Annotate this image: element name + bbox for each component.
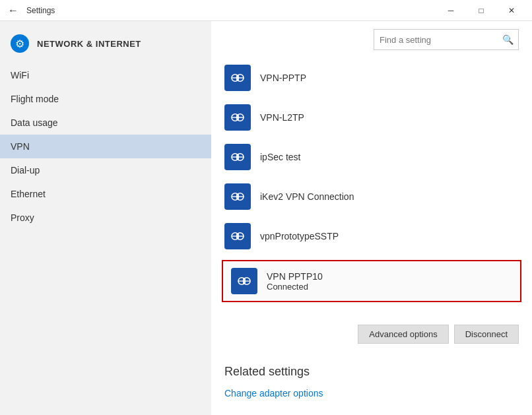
sidebar-item-proxy[interactable]: Proxy [0,206,211,230]
app-container: ⚙ NETWORK & INTERNET WiFiFlight modeData… [0,21,532,415]
vpn-item-vpn-sstp[interactable]: vpnPrototypeSSTP [211,216,532,256]
search-icon: 🔍 [497,29,518,50]
related-settings: Related settings Change adapter options [211,352,532,405]
related-settings-title: Related settings [224,365,519,379]
content-area: 🔍 VPN-PPTP VPN-L2TP ipSec test [211,21,532,415]
disconnect-button[interactable]: Disconnect [454,325,519,344]
vpn-item-ipsec-test[interactable]: ipSec test [211,137,532,177]
sidebar-nav: WiFiFlight modeData usageVPNDial-upEther… [0,63,211,230]
vpn-list: VPN-PPTP VPN-L2TP ipSec test iKev2 VPN C… [211,58,532,319]
vpn-icon-ikev2-vpn [224,183,251,210]
vpn-actions: Advanced options Disconnect [211,319,532,352]
search-bar[interactable]: 🔍 [374,29,519,50]
minimize-button[interactable]: ─ [436,0,466,21]
vpn-item-vpn-pptp10[interactable]: VPN PPTP10Connected [222,260,521,302]
gear-icon: ⚙ [11,34,29,53]
window-controls: ─ □ ✕ [436,0,527,21]
sidebar: ⚙ NETWORK & INTERNET WiFiFlight modeData… [0,21,211,415]
vpn-item-vpn-pptp[interactable]: VPN-PPTP [211,58,532,98]
link-change-adapter[interactable]: Change adapter options [224,388,323,399]
vpn-name-ipsec-test: ipSec test [260,152,300,162]
maximize-button[interactable]: □ [466,0,496,21]
sidebar-header: ⚙ NETWORK & INTERNET [0,21,211,63]
sidebar-item-dial-up[interactable]: Dial-up [0,158,211,182]
vpn-item-ikev2-vpn[interactable]: iKev2 VPN Connection [211,177,532,216]
vpn-name-vpn-pptp10: VPN PPTP10 [267,271,323,282]
vpn-name-vpn-sstp: vpnPrototypeSSTP [260,231,339,241]
back-button[interactable]: ← [5,3,21,18]
advanced-options-button[interactable]: Advanced options [358,325,448,344]
sidebar-item-flight-mode[interactable]: Flight mode [0,87,211,111]
vpn-item-vpn-l2tp[interactable]: VPN-L2TP [211,98,532,137]
titlebar-left: ← Settings [5,3,55,18]
vpn-icon-ipsec-test [224,144,251,170]
sidebar-item-vpn[interactable]: VPN [0,135,211,158]
vpn-name-ikev2-vpn: iKev2 VPN Connection [260,191,354,202]
vpn-status-vpn-pptp10: Connected [267,282,323,292]
sidebar-item-ethernet[interactable]: Ethernet [0,182,211,206]
vpn-icon-vpn-pptp10 [231,268,257,294]
vpn-icon-vpn-l2tp [224,104,251,131]
titlebar: ← Settings ─ □ ✕ [0,0,532,21]
app-title: NETWORK & INTERNET [37,39,141,49]
search-input[interactable] [374,35,497,45]
vpn-name-vpn-pptp: VPN-PPTP [260,73,306,83]
close-button[interactable]: ✕ [496,0,527,21]
vpn-name-vpn-l2tp: VPN-L2TP [260,112,304,123]
window-title: Settings [26,6,55,15]
related-links: Change adapter options [224,388,519,399]
vpn-icon-vpn-pptp [224,65,251,91]
sidebar-item-data-usage[interactable]: Data usage [0,111,211,135]
sidebar-item-wifi[interactable]: WiFi [0,63,211,87]
vpn-icon-vpn-sstp [224,223,251,249]
